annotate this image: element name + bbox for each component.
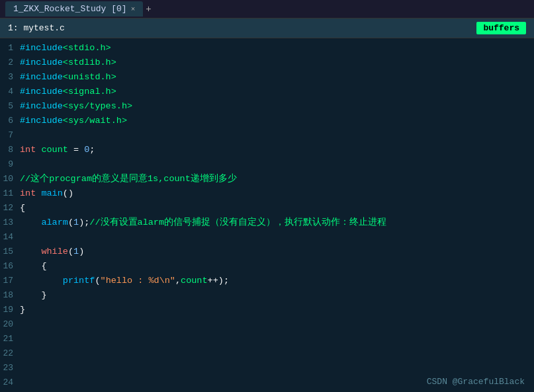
line-number: 18 <box>0 288 20 303</box>
token: #include <box>20 58 63 67</box>
line-number: 21 <box>0 332 20 346</box>
code-line: 9 <box>0 157 534 172</box>
token: #include <box>20 87 63 97</box>
line-content: #include<sys/types.h> <box>20 99 132 114</box>
line-content: } <box>20 303 25 317</box>
token: ( <box>68 247 73 256</box>
token: { <box>20 203 25 213</box>
token: #include <box>20 72 63 82</box>
code-line: 19} <box>0 303 534 317</box>
code-line: 18 } <box>0 288 534 303</box>
tab[interactable]: 1_ZKX_Rocket_Study [0] × <box>5 1 143 17</box>
code-line: 2#include<stdlib.h> <box>0 56 534 70</box>
line-number: 4 <box>0 85 20 99</box>
token: //这个procgram的意义是同意1s,count递增到多少 <box>20 174 237 184</box>
code-line: 20 <box>0 317 534 332</box>
token: { <box>20 261 47 271</box>
token: "hello : %d\n" <box>101 276 175 286</box>
code-line: 23 <box>0 361 534 375</box>
line-content: #include<unistd.h> <box>20 70 116 85</box>
token: #include <box>20 43 63 53</box>
code-line: 8int count = 0; <box>0 143 534 157</box>
code-line: 21 <box>0 332 534 346</box>
code-line: 3#include<unistd.h> <box>0 70 534 85</box>
line-content: while(1) <box>20 245 84 259</box>
line-content: #include<stdlib.h> <box>20 56 116 70</box>
code-line: 13 alarm(1);//没有设置alarm的信号捕捉（没有自定义），执行默认… <box>0 216 534 230</box>
token: count <box>181 276 208 286</box>
token: //没有设置alarm的信号捕捉（没有自定义），执行默认动作：终止进程 <box>89 217 386 227</box>
line-number: 5 <box>0 99 20 114</box>
line-number: 10 <box>0 172 20 186</box>
line-number: 2 <box>0 56 20 70</box>
token: ; <box>89 145 95 155</box>
line-number: 24 <box>0 375 20 390</box>
token: , <box>175 276 181 286</box>
token: alarm <box>41 217 68 227</box>
tab-label: 1_ZKX_Rocket_Study [0] <box>13 4 127 14</box>
line-number: 14 <box>0 230 20 245</box>
token: ) <box>218 276 224 286</box>
line-number: 12 <box>0 201 20 216</box>
token: printf <box>63 276 95 286</box>
token: 1 <box>73 247 79 256</box>
line-number: 22 <box>0 346 20 361</box>
watermark: CSDN @GracefulBlack <box>427 377 525 387</box>
line-number: 1 <box>0 41 20 56</box>
token: #include <box>20 116 63 126</box>
token: <stdlib.h> <box>63 58 116 67</box>
token <box>20 217 41 227</box>
line-number: 23 <box>0 361 20 375</box>
token: = <box>68 145 84 155</box>
line-number: 11 <box>0 186 20 201</box>
tab-add-icon[interactable]: + <box>146 4 151 15</box>
token: <sys/types.h> <box>63 101 132 111</box>
line-content: //这个procgram的意义是同意1s,count递增到多少 <box>20 172 237 186</box>
code-line: 15 while(1) <box>0 245 534 259</box>
token: } <box>20 290 47 300</box>
token: <signal.h> <box>63 87 116 97</box>
line-number: 20 <box>0 317 20 332</box>
code-line: 16 { <box>0 259 534 274</box>
token: main <box>41 188 62 198</box>
line-number: 13 <box>0 216 20 230</box>
token <box>20 276 63 286</box>
line-number: 9 <box>0 157 20 172</box>
line-number: 8 <box>0 143 20 157</box>
code-line: 5#include<sys/types.h> <box>0 99 534 114</box>
line-content: { <box>20 259 47 274</box>
code-line: 22 <box>0 346 534 361</box>
code-line: 12{ <box>0 201 534 216</box>
line-content: int main() <box>20 186 73 201</box>
file-header: 1: mytest.c buffers <box>0 19 534 38</box>
token <box>20 247 41 256</box>
token: ( <box>68 217 73 227</box>
line-content: int count = 0; <box>20 143 95 157</box>
code-line: 4#include<signal.h> <box>0 85 534 99</box>
line-number: 16 <box>0 259 20 274</box>
line-content: #include<signal.h> <box>20 85 116 99</box>
editor: 1#include<stdio.h>2#include<stdlib.h>3#i… <box>0 38 534 392</box>
token: ; <box>224 276 229 286</box>
line-content: #include<sys/wait.h> <box>20 114 127 128</box>
token: <stdio.h> <box>63 43 111 53</box>
token: () <box>63 188 73 198</box>
code-line: 6#include<sys/wait.h> <box>0 114 534 128</box>
line-content: #include<stdio.h> <box>20 41 111 56</box>
code-line: 7 <box>0 128 534 143</box>
file-name: 1: mytest.c <box>8 23 65 33</box>
code-line: 1#include<stdio.h> <box>0 41 534 56</box>
line-content: } <box>20 288 47 303</box>
token: ) <box>79 247 84 256</box>
token: } <box>20 305 25 315</box>
line-number: 3 <box>0 70 20 85</box>
code-line: 11int main() <box>0 186 534 201</box>
line-number: 6 <box>0 114 20 128</box>
line-number: 15 <box>0 245 20 259</box>
tab-close-icon[interactable]: × <box>131 5 136 13</box>
token: ++ <box>208 276 218 286</box>
buffers-button[interactable]: buffers <box>476 22 526 34</box>
line-number: 17 <box>0 274 20 288</box>
token: int <box>20 145 36 155</box>
code-line: 10//这个procgram的意义是同意1s,count递增到多少 <box>0 172 534 186</box>
